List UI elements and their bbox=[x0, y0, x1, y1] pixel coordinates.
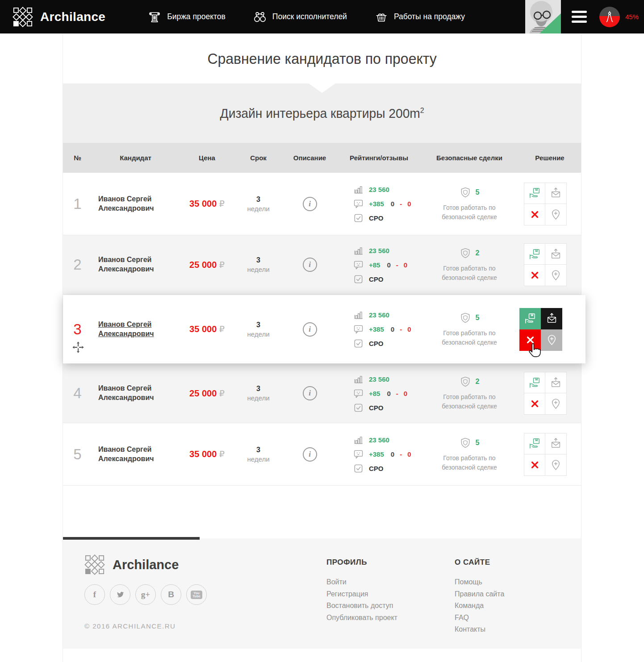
add-location-button[interactable] bbox=[545, 204, 567, 225]
top-nav: Биржа проектов Поиск исполнителей Работы… bbox=[148, 10, 483, 24]
profile-progress[interactable]: 45% bbox=[599, 7, 639, 27]
send-message-button[interactable] bbox=[545, 183, 567, 204]
hand-box-icon bbox=[524, 312, 536, 325]
safe-deals: 5 Готов работать по безопасной сделке bbox=[420, 312, 519, 347]
envelope-up-icon bbox=[550, 377, 562, 389]
brand[interactable]: Archilance bbox=[13, 7, 105, 27]
basket-icon bbox=[375, 10, 388, 24]
google-plus-icon[interactable]: g+ bbox=[135, 584, 156, 605]
hand-box-icon bbox=[529, 248, 541, 260]
info-icon[interactable]: i bbox=[303, 197, 317, 211]
nav-item-works-for-sale[interactable]: Работы на продажу bbox=[375, 10, 465, 24]
x-icon bbox=[529, 208, 541, 221]
footer-link-register[interactable]: Регистрация bbox=[326, 590, 397, 598]
footer-brand[interactable]: Archilance bbox=[84, 554, 179, 575]
hand-box-icon bbox=[529, 187, 541, 199]
brand-name: Archilance bbox=[40, 10, 105, 24]
column-icon bbox=[148, 10, 161, 24]
checkbox-icon bbox=[353, 274, 364, 285]
archilance-logo-icon bbox=[13, 7, 33, 27]
reviews-icon bbox=[353, 324, 364, 335]
reject-button[interactable] bbox=[524, 204, 545, 225]
bottom-strip bbox=[63, 649, 581, 662]
column-header: Кандидат bbox=[92, 154, 179, 162]
info-icon[interactable]: i bbox=[303, 322, 317, 337]
safe-deals: 5 Готов работать по безопасной сделке bbox=[420, 437, 519, 472]
footer-accent-bar bbox=[63, 537, 200, 540]
row-number: 3 bbox=[63, 321, 92, 338]
column-header: Описание bbox=[282, 154, 338, 162]
candidate-name[interactable]: Иванов Сергей Александрович bbox=[92, 384, 170, 403]
footer-link-publish-project[interactable]: Опубликовать проект bbox=[326, 614, 397, 622]
bar-chart-icon bbox=[353, 374, 364, 385]
add-location-button[interactable] bbox=[541, 329, 562, 351]
send-message-button[interactable] bbox=[545, 243, 567, 265]
accept-deal-button[interactable] bbox=[524, 183, 545, 204]
decision-buttons bbox=[524, 433, 567, 476]
user-avatar[interactable] bbox=[525, 0, 561, 33]
footer-link-faq[interactable]: FAQ bbox=[455, 614, 504, 622]
facebook-icon[interactable]: f bbox=[84, 584, 105, 605]
price: 35 000 ₽ bbox=[179, 449, 235, 459]
footer-link-help[interactable]: Помощь bbox=[455, 578, 504, 586]
accept-deal-button[interactable] bbox=[524, 433, 545, 454]
footer-about-column: О САЙТЕ Помощь Правила сайта Команда FAQ… bbox=[455, 558, 504, 637]
send-message-button[interactable] bbox=[545, 372, 567, 393]
social-links: f g+ B YouTube bbox=[84, 584, 207, 605]
row-number: 4 bbox=[63, 385, 92, 402]
info-icon[interactable]: i bbox=[303, 258, 317, 272]
x-icon bbox=[529, 398, 541, 410]
footer-link-login[interactable]: Войти bbox=[326, 578, 397, 586]
bar-chart-icon bbox=[353, 434, 364, 445]
project-title: Дизайн интерьера квартиры 200m2 bbox=[220, 106, 424, 121]
ratings: 23 560 +3850-0 СРО bbox=[338, 434, 420, 474]
safe-deals: 5 Готов работать по безопасной сделке bbox=[420, 186, 519, 222]
footer-link-contacts[interactable]: Контакты bbox=[455, 625, 504, 633]
add-location-button[interactable] bbox=[545, 454, 567, 476]
checkbox-icon bbox=[353, 463, 364, 474]
decision-buttons bbox=[524, 183, 567, 225]
hand-box-icon bbox=[529, 437, 541, 450]
send-message-button[interactable] bbox=[541, 308, 562, 329]
drag-move-icon[interactable] bbox=[71, 341, 85, 354]
nav-item-projects-exchange[interactable]: Биржа проектов bbox=[148, 10, 226, 24]
accept-deal-button[interactable] bbox=[519, 308, 541, 329]
term: 3недели bbox=[235, 256, 282, 273]
footer-link-restore-access[interactable]: Востановить доступ bbox=[326, 602, 397, 610]
add-location-button[interactable] bbox=[545, 393, 567, 415]
send-message-button[interactable] bbox=[545, 433, 567, 454]
candidate-row: 5 Иванов Сергей Александрович 35 000 ₽ 3… bbox=[63, 423, 581, 486]
candidate-name[interactable]: Иванов Сергей Александрович bbox=[92, 255, 170, 274]
reviews-icon bbox=[353, 388, 364, 399]
info-icon[interactable]: i bbox=[303, 386, 317, 400]
spacer bbox=[63, 486, 581, 538]
candidate-name[interactable]: Иванов Сергей Александрович bbox=[92, 195, 170, 213]
info-icon[interactable]: i bbox=[303, 447, 317, 462]
envelope-up-icon bbox=[550, 248, 562, 260]
candidate-name[interactable]: Иванов Сергей Александрович bbox=[92, 320, 170, 339]
reject-button[interactable] bbox=[519, 329, 541, 351]
reject-button[interactable] bbox=[524, 393, 545, 415]
reject-button[interactable] bbox=[524, 454, 545, 476]
accept-deal-button[interactable] bbox=[524, 372, 545, 393]
pin-plus-icon bbox=[546, 334, 558, 346]
ratings: 23 560 +3850-0 СРО bbox=[338, 309, 420, 349]
drafting-compass-icon bbox=[603, 11, 616, 23]
youtube-icon[interactable]: YouTube bbox=[186, 584, 207, 605]
twitter-icon[interactable] bbox=[110, 584, 130, 605]
checkbox-icon bbox=[353, 402, 364, 413]
accept-deal-button[interactable] bbox=[524, 243, 545, 265]
archilance-logo-icon bbox=[84, 554, 105, 575]
row-number: 5 bbox=[63, 446, 92, 463]
vk-icon[interactable]: B bbox=[161, 584, 181, 605]
nav-label: Поиск исполнителей bbox=[272, 12, 347, 21]
reject-button[interactable] bbox=[524, 264, 545, 286]
menu-icon[interactable] bbox=[572, 11, 587, 23]
nav-item-find-performers[interactable]: Поиск исполнителей bbox=[253, 10, 347, 24]
footer-link-rules[interactable]: Правила сайта bbox=[455, 590, 504, 598]
footer-column-heading: О САЙТЕ bbox=[455, 558, 504, 567]
add-location-button[interactable] bbox=[545, 264, 567, 286]
term: 3недели bbox=[235, 321, 282, 338]
footer-link-team[interactable]: Команда bbox=[455, 602, 504, 610]
candidate-name[interactable]: Иванов Сергей Александрович bbox=[92, 445, 170, 464]
